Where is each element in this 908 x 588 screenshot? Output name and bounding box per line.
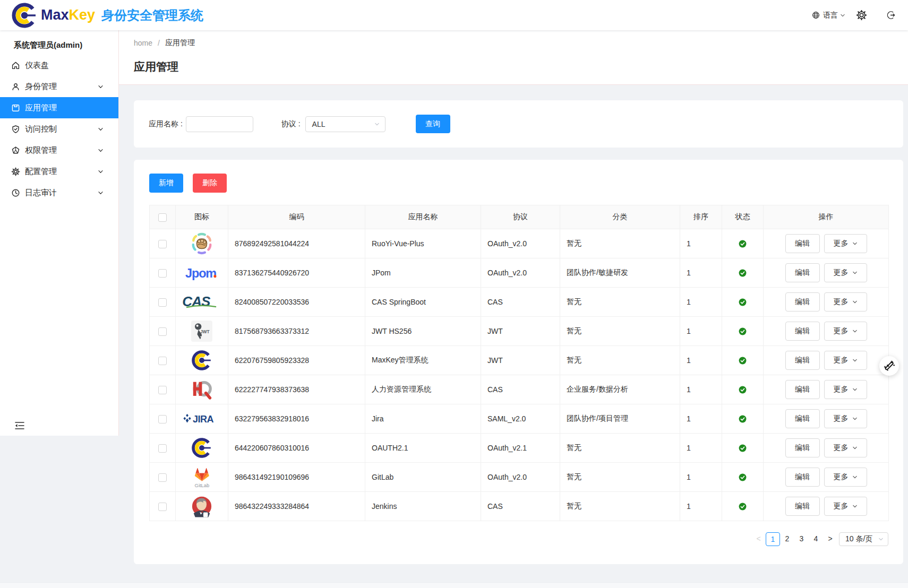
app-category: 团队协作/敏捷研发 xyxy=(560,258,680,288)
pagination-page-3[interactable]: 3 xyxy=(794,532,809,546)
row-checkbox[interactable] xyxy=(158,386,167,394)
row-checkbox[interactable] xyxy=(158,444,167,453)
pagination-page-4[interactable]: 4 xyxy=(809,532,823,546)
row-checkbox[interactable] xyxy=(158,415,167,423)
chevron-down-icon xyxy=(852,270,858,275)
more-button[interactable]: 更多 xyxy=(824,409,867,428)
app-sort: 1 xyxy=(680,434,722,463)
more-button[interactable]: 更多 xyxy=(824,468,867,487)
app-category: 暂无 xyxy=(560,463,680,492)
language-menu[interactable]: 语言 xyxy=(812,11,845,20)
sidebar-item-5[interactable]: 权限管理 xyxy=(0,140,118,161)
edit-button[interactable]: 编辑 xyxy=(785,263,820,282)
row-checkbox[interactable] xyxy=(158,298,167,307)
sidebar-item-2[interactable]: 身份管理 xyxy=(0,76,118,97)
logout-button[interactable] xyxy=(886,11,895,20)
add-button[interactable]: 新增 xyxy=(149,174,183,193)
table-header-row: 图标编码应用名称协议分类排序状态操作 xyxy=(150,205,889,229)
breadcrumb-home[interactable]: home xyxy=(134,39,152,47)
more-button-label: 更多 xyxy=(834,268,849,278)
filter-card: 应用名称 : 协议 : ALL 查询 xyxy=(134,100,903,148)
app-name: MaxKey管理系统 xyxy=(365,346,481,375)
sidebar-collapse-button[interactable] xyxy=(15,421,24,430)
edit-button[interactable]: 编辑 xyxy=(785,351,820,370)
row-checkbox[interactable] xyxy=(158,327,167,336)
svg-text:Jpom: Jpom xyxy=(185,266,216,280)
chevron-down-icon xyxy=(98,169,104,175)
edit-button[interactable]: 编辑 xyxy=(785,380,820,399)
row-checkbox[interactable] xyxy=(158,503,167,511)
row-checkbox[interactable] xyxy=(158,240,167,248)
app-name-input[interactable] xyxy=(186,116,253,132)
brand-name: MaxKey xyxy=(41,7,95,23)
edit-button[interactable]: 编辑 xyxy=(785,497,820,516)
hr-app-icon xyxy=(191,378,213,401)
more-button[interactable]: 更多 xyxy=(824,351,867,370)
row-checkbox[interactable] xyxy=(158,357,167,365)
delete-button[interactable]: 删除 xyxy=(193,174,227,193)
more-button[interactable]: 更多 xyxy=(824,263,867,282)
chevron-down-icon xyxy=(852,504,858,509)
page-size-select[interactable]: 10 条/页 xyxy=(839,532,888,546)
pagination-next[interactable]: > xyxy=(823,532,837,546)
breadcrumb: home / 应用管理 xyxy=(134,38,908,48)
table-row: 622227747938373638人力资源管理系统CAS企业服务/数据分析1 … xyxy=(150,375,889,404)
more-button[interactable]: 更多 xyxy=(824,380,867,399)
app-name: JPom xyxy=(365,258,481,288)
pagination-page-1[interactable]: 1 xyxy=(766,532,780,546)
sidebar-item-6[interactable]: 配置管理 xyxy=(0,161,118,182)
more-button[interactable]: 更多 xyxy=(824,438,867,457)
app-code: 837136275440926720 xyxy=(228,258,365,288)
sidebar-item-1[interactable]: 仪表盘 xyxy=(0,55,118,76)
more-button-label: 更多 xyxy=(834,297,849,307)
identity-icon xyxy=(11,82,20,91)
search-button[interactable]: 查询 xyxy=(416,115,450,133)
more-button-label: 更多 xyxy=(834,501,849,511)
app-protocol: CAS xyxy=(481,375,560,404)
more-button[interactable]: 更多 xyxy=(824,497,867,516)
sidebar-item-3[interactable]: 应用管理 xyxy=(0,97,118,118)
table-row: JWT 817568793663373312JWT HS256JWT暂无1 编辑… xyxy=(150,317,889,346)
select-all-checkbox[interactable] xyxy=(158,213,167,222)
more-button[interactable]: 更多 xyxy=(824,234,867,253)
edit-button[interactable]: 编辑 xyxy=(785,468,820,487)
sidebar-item-7[interactable]: 日志审计 xyxy=(0,182,118,203)
sidebar-item-label: 应用管理 xyxy=(25,103,110,113)
app-code: 632279563832918016 xyxy=(228,404,365,434)
chevron-down-icon xyxy=(852,241,858,246)
protocol-select[interactable]: ALL xyxy=(305,116,386,132)
sidebar-item-label: 仪表盘 xyxy=(25,60,110,71)
edit-button[interactable]: 编辑 xyxy=(785,292,820,312)
table-row: 876892492581044224RuoYi-Vue-PlusOAuth_v2… xyxy=(150,229,889,258)
more-button[interactable]: 更多 xyxy=(824,292,867,312)
protocol-label: 协议 : xyxy=(281,119,301,129)
chevron-down-icon xyxy=(852,445,858,451)
column-header: 应用名称 xyxy=(365,205,481,229)
row-checkbox[interactable] xyxy=(158,473,167,482)
pagination-page-2[interactable]: 2 xyxy=(780,532,794,546)
edit-button[interactable]: 编辑 xyxy=(785,409,820,428)
assistant-float-button[interactable] xyxy=(879,356,899,376)
pagination-prev: < xyxy=(751,532,766,546)
app-protocol: OAuth_v2.0 xyxy=(481,258,560,288)
chevron-down-icon xyxy=(852,474,858,480)
status-enabled-icon xyxy=(739,240,747,248)
app-category: 暂无 xyxy=(560,317,680,346)
edit-button[interactable]: 编辑 xyxy=(785,438,820,457)
access-icon xyxy=(11,125,20,134)
edit-button[interactable]: 编辑 xyxy=(785,234,820,253)
table-row: JIRA 632279563832918016JiraSAML_v2.0团队协作… xyxy=(150,404,889,434)
app-category: 暂无 xyxy=(560,434,680,463)
sidebar-item-label: 日志审计 xyxy=(25,188,98,198)
status-enabled-icon xyxy=(739,473,747,481)
column-header: 编码 xyxy=(228,205,365,229)
app-name: 人力资源管理系统 xyxy=(365,375,481,404)
more-button[interactable]: 更多 xyxy=(824,322,867,341)
app-code: 986431492190109696 xyxy=(228,463,365,492)
settings-button[interactable] xyxy=(856,10,867,20)
row-checkbox[interactable] xyxy=(158,269,167,278)
edit-button[interactable]: 编辑 xyxy=(785,322,820,341)
app-category: 团队协作/项目管理 xyxy=(560,404,680,434)
pagination: <1234>10 条/页 xyxy=(149,532,888,546)
sidebar-item-4[interactable]: 访问控制 xyxy=(0,118,118,140)
